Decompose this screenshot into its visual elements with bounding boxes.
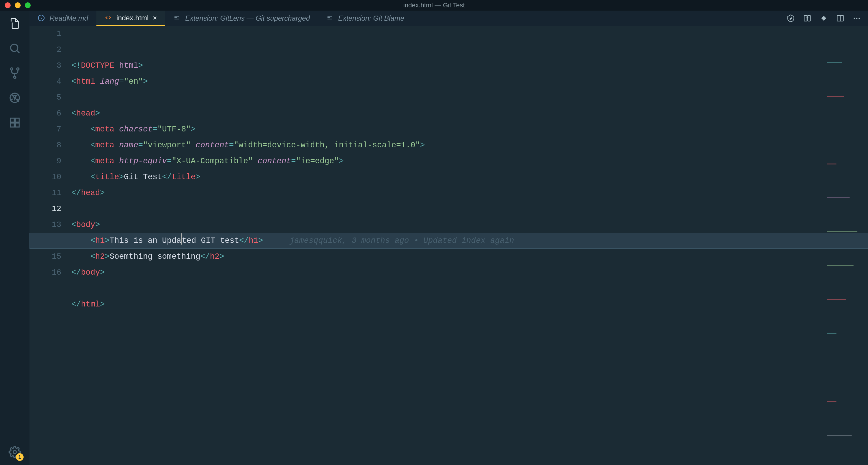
html-icon <box>105 14 112 22</box>
line-number: 16 <box>30 265 61 280</box>
title-bar: index.html — Git Test <box>0 0 868 11</box>
line-number: 11 <box>30 185 61 201</box>
code-line[interactable]: </body> <box>71 265 868 280</box>
code-line[interactable]: <!DOCTYPE html> <box>71 58 868 74</box>
svg-rect-13 <box>804 15 807 21</box>
svg-point-19 <box>859 18 860 19</box>
svg-point-1 <box>11 68 13 70</box>
line-number: 1 <box>30 26 61 42</box>
tab-bar: ReadMe.md index.html × Extension: GitLen… <box>30 11 868 26</box>
line-number: 7 <box>30 122 61 137</box>
code-line[interactable]: <head> <box>71 105 868 122</box>
tab-label: index.html <box>117 14 149 22</box>
more-icon[interactable] <box>852 14 861 23</box>
search-icon[interactable] <box>8 41 22 56</box>
code-line[interactable]: <meta name="viewport" content="width=dev… <box>71 137 868 153</box>
maximize-window-button[interactable] <box>25 2 31 8</box>
tab-actions <box>786 11 868 26</box>
svg-rect-7 <box>10 123 14 127</box>
line-number: 13 <box>30 217 61 233</box>
line-number: 4 <box>30 74 61 90</box>
code-area[interactable]: <!DOCTYPE html><html lang="en"><head> <m… <box>71 26 868 465</box>
split-editor-icon[interactable] <box>836 14 844 23</box>
code-line[interactable]: </html> <box>71 296 868 312</box>
svg-point-10 <box>13 451 17 454</box>
debug-icon[interactable] <box>8 91 22 105</box>
minimize-window-button[interactable] <box>15 2 21 8</box>
line-number: 12 <box>30 201 61 217</box>
lines-icon <box>327 14 334 22</box>
svg-point-0 <box>11 44 18 52</box>
close-window-button[interactable] <box>5 2 11 8</box>
code-line[interactable]: <meta charset="UTF-8"> <box>71 122 868 137</box>
extensions-icon[interactable] <box>8 115 22 130</box>
tab-label: Extension: Git Blame <box>338 14 404 23</box>
gitlens-toggle-icon[interactable] <box>786 14 795 23</box>
tab-gitblame[interactable]: Extension: Git Blame <box>318 11 412 26</box>
tab-index-html[interactable]: index.html × <box>96 11 165 26</box>
settings-badge: 1 <box>16 453 24 461</box>
svg-point-17 <box>854 18 855 19</box>
editor[interactable]: 12345678910111213141516 <!DOCTYPE html><… <box>30 26 868 465</box>
window-controls <box>0 2 31 8</box>
code-line[interactable]: <html lang="en"> <box>71 74 868 90</box>
settings-icon[interactable]: 1 <box>8 445 22 459</box>
minimap[interactable] <box>827 30 865 47</box>
code-line[interactable]: <title>Git Test</title> <box>71 169 868 185</box>
code-line[interactable] <box>71 90 868 105</box>
compare-icon[interactable] <box>803 14 811 23</box>
line-number: 10 <box>30 169 61 185</box>
svg-rect-6 <box>10 118 14 122</box>
code-line[interactable]: <meta http-equiv="X-UA-Compatible" conte… <box>71 153 868 169</box>
tab-label: ReadMe.md <box>50 14 88 23</box>
code-line[interactable]: <body> <box>71 217 868 233</box>
svg-rect-8 <box>16 123 19 127</box>
code-line[interactable] <box>71 280 868 296</box>
code-line[interactable]: <h1>This is an Updated GIT test</h1>jame… <box>71 233 868 249</box>
svg-point-2 <box>17 68 19 70</box>
line-number: 9 <box>30 153 61 169</box>
line-number: 6 <box>30 105 61 122</box>
explorer-icon[interactable] <box>8 16 22 31</box>
activity-bar: 1 <box>0 11 30 465</box>
line-number: 15 <box>30 249 61 265</box>
line-number: 3 <box>30 58 61 74</box>
line-number: 5 <box>30 90 61 105</box>
info-icon <box>38 14 45 22</box>
svg-rect-9 <box>16 118 19 122</box>
code-line[interactable] <box>71 201 868 217</box>
tab-gitlens[interactable]: Extension: GitLens — Git supercharged <box>165 11 318 26</box>
source-control-icon[interactable] <box>8 66 22 80</box>
diamond-icon[interactable] <box>819 14 828 23</box>
svg-rect-15 <box>822 16 826 21</box>
svg-rect-14 <box>808 15 810 21</box>
code-line[interactable]: </head> <box>71 185 868 201</box>
lines-icon <box>173 14 181 22</box>
window-title: index.html — Git Test <box>403 1 465 9</box>
svg-point-3 <box>13 76 16 78</box>
line-number: 2 <box>30 42 61 58</box>
tab-readme[interactable]: ReadMe.md <box>30 11 96 26</box>
line-number: 8 <box>30 137 61 153</box>
svg-point-18 <box>856 18 858 19</box>
tab-label: Extension: GitLens — Git supercharged <box>185 14 310 23</box>
close-tab-icon[interactable]: × <box>153 14 157 22</box>
svg-rect-12 <box>789 17 792 20</box>
code-line[interactable]: <h2>Soemthing something</h2> <box>71 249 868 265</box>
